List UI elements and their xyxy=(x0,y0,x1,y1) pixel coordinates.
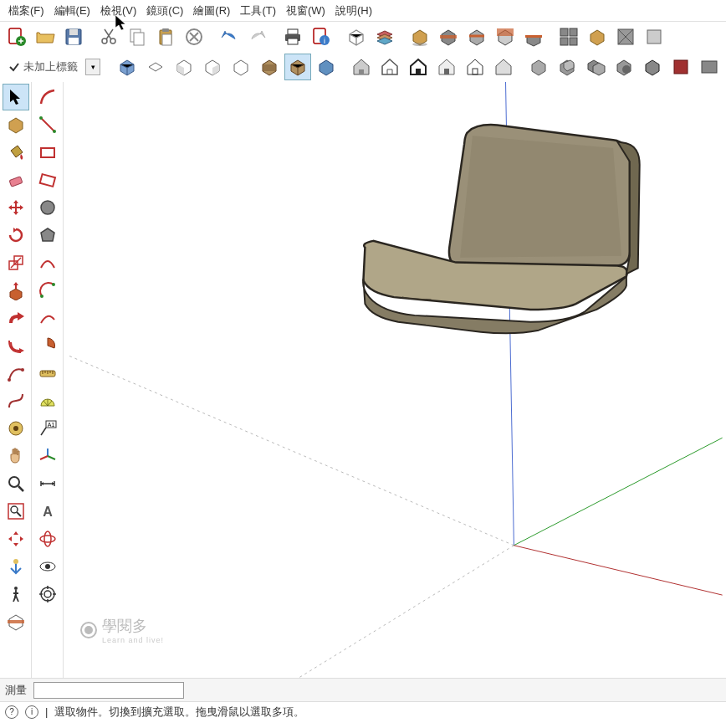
move-tool[interactable] xyxy=(3,194,29,221)
offset-tool[interactable] xyxy=(3,332,29,359)
rectangle-tool[interactable] xyxy=(34,139,61,166)
view-front-button[interactable] xyxy=(171,54,197,80)
scale-tool[interactable] xyxy=(3,249,29,276)
view-iso-button[interactable] xyxy=(114,54,141,80)
text-label-tool[interactable]: A1 xyxy=(34,415,61,442)
zoom-tool[interactable] xyxy=(3,470,29,497)
menu-camera[interactable]: 鏡頭(C) xyxy=(141,1,188,21)
dropdown-arrow-icon[interactable]: ▾ xyxy=(85,59,100,75)
house-3-button[interactable] xyxy=(405,54,432,80)
section-2-button[interactable] xyxy=(463,23,490,50)
section-1-button[interactable] xyxy=(435,23,462,50)
open-file-button[interactable] xyxy=(32,23,59,50)
component-4-button[interactable] xyxy=(641,23,667,50)
solid-2-button[interactable] xyxy=(554,54,580,80)
tag-dropdown[interactable]: 未加上標籤 ▾ xyxy=(3,59,105,75)
undo-button[interactable] xyxy=(216,23,243,50)
section-plane-tool[interactable] xyxy=(3,608,29,635)
paint-bucket-tool[interactable] xyxy=(3,139,29,166)
solid-1-button[interactable] xyxy=(525,54,552,80)
house-4-button[interactable] xyxy=(433,54,460,80)
status-info-icon[interactable]: i xyxy=(25,705,38,719)
print-button[interactable] xyxy=(279,23,306,50)
style-textured-button[interactable] xyxy=(313,54,340,80)
eraser-tool[interactable] xyxy=(3,167,29,193)
position-camera-tool[interactable] xyxy=(3,553,29,580)
left-toolbar-2: A1 A xyxy=(32,82,64,678)
3d-text-tool[interactable]: A xyxy=(34,498,61,525)
orbit-tool[interactable] xyxy=(34,525,61,552)
section-3-button[interactable] xyxy=(492,23,519,50)
select-tool[interactable] xyxy=(3,84,29,110)
curviloft-tool[interactable] xyxy=(3,360,29,387)
tape-measure-tool[interactable] xyxy=(34,360,61,387)
menu-help[interactable]: 說明(H) xyxy=(330,1,377,21)
lookaround-tool[interactable] xyxy=(34,553,61,580)
menu-draw[interactable]: 繪圖(R) xyxy=(188,1,235,21)
shadow-button[interactable] xyxy=(406,23,433,50)
axes-tool[interactable] xyxy=(34,443,61,469)
house-1-button[interactable] xyxy=(348,54,375,80)
component-3-button[interactable] xyxy=(612,23,639,50)
view-right-button[interactable] xyxy=(199,54,226,80)
house-6-button[interactable] xyxy=(490,54,517,80)
status-help-icon[interactable]: ? xyxy=(5,705,18,719)
protractor-tool[interactable] xyxy=(34,387,61,414)
pushpull-tool[interactable] xyxy=(3,277,29,304)
status-text: 選取物件。切換到擴充選取。拖曳滑鼠以選取多項。 xyxy=(54,705,304,720)
solid-5-button[interactable] xyxy=(639,54,666,80)
menu-window[interactable]: 視窗(W) xyxy=(281,1,330,21)
solid-7-button[interactable] xyxy=(696,54,723,80)
hand-tool[interactable] xyxy=(3,443,29,469)
walk-tool[interactable] xyxy=(3,581,29,608)
house-2-button[interactable] xyxy=(376,54,403,80)
redo-button[interactable] xyxy=(244,23,271,50)
model-info-button[interactable]: i xyxy=(308,23,335,50)
cut-button[interactable] xyxy=(95,23,122,50)
measurement-input[interactable] xyxy=(33,682,184,699)
solid-6-button[interactable] xyxy=(667,54,694,80)
target-tool[interactable] xyxy=(34,581,61,608)
circle-tool[interactable] xyxy=(34,194,61,221)
style-hidden-button[interactable] xyxy=(256,54,283,80)
bezier-tool[interactable] xyxy=(3,387,29,414)
menu-edit[interactable]: 編輯(E) xyxy=(49,1,95,21)
component-1-button[interactable] xyxy=(555,23,582,50)
zoom-window-tool[interactable] xyxy=(3,498,29,525)
delete-button[interactable] xyxy=(181,23,207,50)
dimension-tool[interactable] xyxy=(34,470,61,497)
solid-3-button[interactable] xyxy=(582,54,609,80)
layers-button[interactable] xyxy=(371,23,398,50)
save-file-button[interactable] xyxy=(60,23,87,50)
line-tool[interactable] xyxy=(34,84,61,110)
watermark-sub: Learn and live! xyxy=(102,636,164,644)
extension-1-button[interactable] xyxy=(343,23,370,50)
zoom-extents-tool[interactable] xyxy=(3,525,29,552)
rotate-tool[interactable] xyxy=(3,222,29,249)
arc-tool[interactable] xyxy=(34,249,61,276)
3pt-arc-tool[interactable] xyxy=(34,305,61,331)
paste-button[interactable] xyxy=(152,23,179,50)
pie-tool[interactable] xyxy=(34,332,61,359)
rotated-rect-tool[interactable] xyxy=(34,167,61,193)
new-file-button[interactable] xyxy=(3,23,30,50)
section-4-button[interactable] xyxy=(520,23,547,50)
style-shaded-button[interactable] xyxy=(284,54,311,80)
menu-tools[interactable]: 工具(T) xyxy=(235,1,281,21)
svg-rect-31 xyxy=(473,69,478,74)
2pt-arc-tool[interactable] xyxy=(34,277,61,304)
view-top-button[interactable] xyxy=(142,54,169,80)
freehand-tool[interactable] xyxy=(34,111,61,138)
polygon-tool[interactable] xyxy=(34,222,61,249)
house-5-button[interactable] xyxy=(462,54,488,80)
copy-button[interactable] xyxy=(124,23,151,50)
component-2-button[interactable] xyxy=(584,23,611,50)
solid-4-button[interactable] xyxy=(611,54,637,80)
menu-file[interactable]: 檔案(F) xyxy=(3,1,49,21)
menu-view[interactable]: 檢視(V) xyxy=(95,1,141,21)
view-back-button[interactable] xyxy=(228,54,254,80)
viewport-3d[interactable]: 學閱多 Learn and live! xyxy=(64,82,726,678)
fredo-tool[interactable] xyxy=(3,415,29,442)
followme-tool[interactable] xyxy=(3,305,29,331)
make-component-tool[interactable] xyxy=(3,111,29,138)
